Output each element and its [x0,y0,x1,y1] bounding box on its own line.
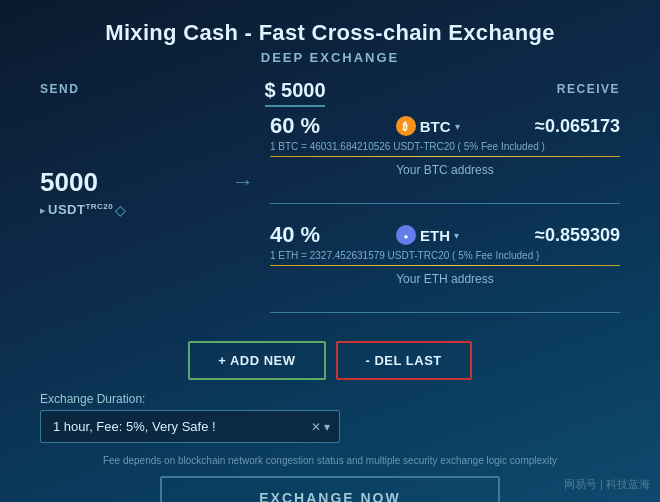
send-header: SEND [40,79,240,107]
send-side: 5000 ▸ USDTTRC20 ◇ [40,113,220,218]
eth-section: 40 % ⬥ ETH ▾ ≈0.859309 1 ETH = 2327.4526… [270,222,620,323]
btc-amount: ≈0.065173 [535,116,620,137]
amount-header: $ 5000 [240,79,350,107]
eth-amount: ≈0.859309 [535,225,620,246]
eth-dropdown-icon[interactable]: ▾ [454,230,459,241]
page-title: Mixing Cash - Fast Cross-chain Exchange [105,20,554,46]
btc-dropdown-icon[interactable]: ▾ [455,121,460,132]
btc-section: 60 % ₿ BTC ▾ ≈0.065173 1 BTC = 46031.684… [270,113,620,214]
exchange-now-button[interactable]: EXCHANGE NOW [160,476,500,502]
eth-rate: 1 ETH = 2327.452631579 USDT-TRC20 ( 5% F… [270,250,620,261]
btc-row: 60 % ₿ BTC ▾ ≈0.065173 [270,113,620,139]
send-currency-name: USDTTRC20 [48,202,113,217]
btc-percent: 60 % [270,113,320,139]
duration-section: Exchange Duration: 1 hour, Fee: 5%, Very… [40,392,620,443]
watermark: 网易号 | 科技蓝海 [564,477,650,492]
eth-address-input[interactable] [270,290,620,313]
btc-icon: ₿ [396,116,416,136]
eth-name: ETH [420,227,450,244]
page-subtitle: DEEP EXCHANGE [261,50,399,65]
send-amount-row: 5000 [40,167,98,198]
eth-info: ⬥ ETH ▾ [396,225,459,245]
diamond-icon: ◇ [115,202,126,218]
receive-label: RECEIVE [557,82,620,96]
receive-header-label: RECEIVE [350,79,620,107]
btc-rate: 1 BTC = 46031.684210526 USDT-TRC20 ( 5% … [270,141,620,152]
eth-icon: ⬥ [396,225,416,245]
duration-select-wrap: 1 hour, Fee: 5%, Very Safe ! 30 min, Fee… [40,410,340,443]
receive-side: 60 % ₿ BTC ▾ ≈0.065173 1 BTC = 46031.684… [270,113,620,331]
amount-label: $ 5000 [264,79,325,101]
add-new-button[interactable]: + ADD NEW [188,341,325,380]
exchange-area: 5000 ▸ USDTTRC20 ◇ → 60 % ₿ [40,113,620,331]
send-label: SEND [40,82,79,96]
fee-note: Fee depends on blockchain network conges… [103,455,557,466]
send-currency-row: ▸ USDTTRC20 ◇ [40,202,126,218]
del-last-button[interactable]: - DEL LAST [336,341,472,380]
columns-header: SEND $ 5000 RECEIVE [40,79,620,107]
arrow-icon: → [232,169,254,195]
eth-divider [270,265,620,266]
action-buttons-row: + ADD NEW - DEL LAST [40,341,620,380]
btc-address-label: Your BTC address [270,163,620,177]
eth-address-label: Your ETH address [270,272,620,286]
eth-row: 40 % ⬥ ETH ▾ ≈0.859309 [270,222,620,248]
main-container: Mixing Cash - Fast Cross-chain Exchange … [0,0,660,502]
btc-name: BTC [420,118,451,135]
btc-divider [270,156,620,157]
btc-address-input[interactable] [270,181,620,204]
send-amount: 5000 [40,167,98,198]
btc-info: ₿ BTC ▾ [396,116,460,136]
duration-label: Exchange Duration: [40,392,620,406]
duration-select[interactable]: 1 hour, Fee: 5%, Very Safe ! 30 min, Fee… [40,410,340,443]
eth-percent: 40 % [270,222,320,248]
arrow-area: → [220,113,270,195]
